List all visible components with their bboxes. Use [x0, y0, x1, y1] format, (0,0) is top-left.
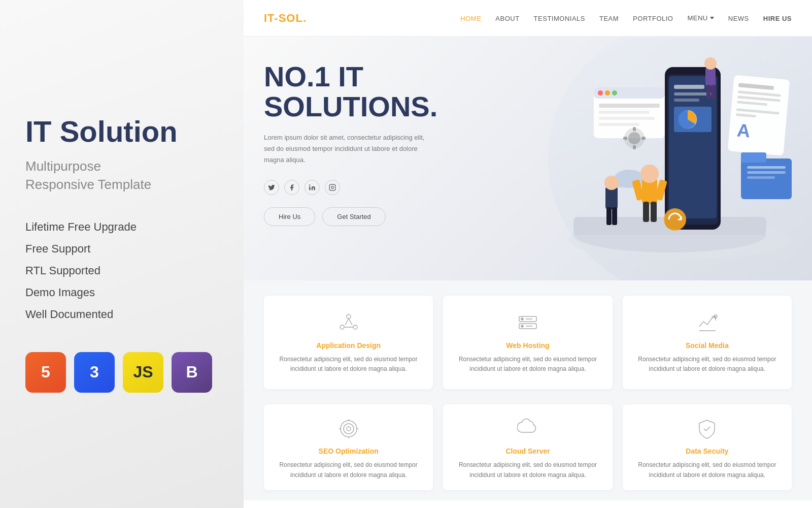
get-started-button[interactable]: Get Started — [322, 207, 385, 226]
svg-point-69 — [521, 325, 523, 327]
svg-point-74 — [344, 424, 354, 434]
app-design-icon — [276, 311, 421, 335]
svg-point-59 — [664, 208, 686, 231]
service-desc-cloud: Ronsectetur adipiscing elit, sed do eius… — [455, 460, 600, 480]
svg-rect-9 — [674, 85, 704, 89]
service-desc-web-hosting: Ronsectetur adipiscing elit, sed do eius… — [455, 355, 600, 374]
service-desc-social-media: Ronsectetur adipiscing elit, sed do eius… — [635, 355, 780, 374]
service-card-social-media: Social Media Ronsectetur adipiscing elit… — [623, 296, 792, 389]
hero-content: NO.1 IT SOLUTIONS. Lorem ipsum dolor sit… — [244, 37, 477, 280]
svg-rect-34 — [599, 117, 655, 120]
web-hosting-icon — [455, 311, 600, 335]
svg-rect-24 — [747, 166, 786, 169]
svg-point-37 — [628, 132, 640, 144]
service-title-seo: SEO Optimization — [276, 447, 421, 455]
nav-item-about[interactable]: ABOUT — [495, 14, 519, 23]
css3-icon: 3 — [74, 352, 115, 393]
service-card-app-design: Application Design Ronsectetur adipiscin… — [264, 296, 433, 389]
js-icon: JS — [123, 352, 163, 393]
svg-text:A: A — [736, 119, 751, 141]
svg-rect-25 — [747, 171, 786, 174]
bootstrap-icon: B — [172, 352, 212, 393]
nav-item-hire-us[interactable]: HIRE US — [763, 14, 792, 23]
svg-rect-23 — [741, 152, 766, 163]
svg-rect-10 — [674, 92, 712, 96]
svg-rect-1 — [329, 184, 335, 190]
svg-rect-35 — [599, 123, 639, 126]
twitter-icon[interactable] — [264, 180, 279, 195]
nav-bar: IT-SOL. HOME ABOUT TESTIMONIALS TEAM POR… — [244, 0, 812, 37]
service-card-web-hosting: Web Hosting Ronsectetur adipiscing elit,… — [443, 296, 612, 389]
nav-item-team[interactable]: TEAM — [599, 14, 619, 23]
website-preview: IT-SOL. HOME ABOUT TESTIMONIALS TEAM POR… — [244, 0, 812, 508]
svg-rect-33 — [599, 111, 650, 114]
svg-rect-38 — [633, 127, 636, 131]
svg-point-73 — [341, 421, 357, 437]
services-grid-row2: SEO Optimization Ronsectetur adipiscing … — [244, 404, 812, 500]
nav-item-news[interactable]: NEWS — [728, 14, 749, 23]
svg-rect-54 — [612, 207, 617, 225]
svg-rect-55 — [705, 67, 716, 86]
svg-rect-41 — [623, 137, 627, 140]
nav-links: HOME ABOUT TESTIMONIALS TEAM PORTFOLIO M… — [460, 14, 792, 23]
hero-isometric-illustration: A — [518, 37, 802, 280]
svg-point-0 — [309, 184, 310, 185]
main-title: IT Solution — [25, 115, 218, 148]
service-title-security: Data Secuity — [635, 447, 780, 455]
svg-rect-39 — [633, 145, 636, 149]
svg-point-62 — [353, 325, 357, 329]
svg-rect-53 — [606, 207, 612, 225]
svg-point-60 — [347, 314, 351, 319]
linkedin-icon[interactable] — [304, 180, 320, 195]
svg-point-52 — [604, 176, 619, 190]
nav-item-testimonials[interactable]: TESTIMONIALS — [534, 14, 585, 23]
svg-rect-48 — [651, 202, 657, 222]
service-card-seo: SEO Optimization Ronsectetur adipiscing … — [264, 404, 433, 490]
feature-item: Lifetime Free Upgrade — [25, 218, 218, 235]
svg-rect-26 — [747, 176, 775, 179]
service-title-social-media: Social Media — [635, 341, 780, 350]
svg-point-68 — [521, 318, 523, 320]
left-panel: IT Solution Multipurpose Responsive Temp… — [0, 0, 244, 508]
service-title-app-design: Application Design — [276, 341, 421, 350]
service-card-cloud: Cloud Server Ronsectetur adipiscing elit… — [443, 404, 612, 490]
nav-item-home[interactable]: HOME — [460, 14, 481, 23]
features-list: Lifetime Free Upgrade Free Support RTL S… — [25, 218, 218, 328]
hero-buttons: Hire Us Get Started — [264, 207, 457, 226]
svg-line-64 — [349, 319, 352, 325]
svg-point-29 — [598, 90, 603, 96]
svg-point-46 — [640, 165, 659, 183]
svg-rect-32 — [599, 104, 660, 108]
hero-section: NO.1 IT SOLUTIONS. Lorem ipsum dolor sit… — [244, 37, 812, 280]
feature-item: Well Documented — [25, 306, 218, 323]
facebook-icon[interactable] — [284, 180, 299, 195]
svg-rect-11 — [674, 99, 699, 102]
hero-title: NO.1 IT SOLUTIONS. — [264, 62, 457, 122]
feature-item: Free Support — [25, 240, 218, 257]
service-title-web-hosting: Web Hosting — [455, 341, 600, 350]
nav-item-menu[interactable]: MENU — [687, 14, 714, 22]
seo-icon — [276, 417, 421, 441]
nav-item-portfolio[interactable]: PORTFOLIO — [633, 14, 673, 23]
svg-line-63 — [345, 319, 349, 325]
service-desc-security: Ronsectetur adipiscing elit, sed do eius… — [635, 460, 780, 480]
svg-point-30 — [605, 90, 610, 96]
right-panel: IT-SOL. HOME ABOUT TESTIMONIALS TEAM POR… — [244, 0, 812, 508]
sub-title: Multipurpose Responsive Template — [25, 157, 218, 194]
svg-rect-58 — [711, 85, 715, 99]
service-desc-app-design: Ronsectetur adipiscing elit, sed do eius… — [276, 355, 421, 374]
hire-us-button[interactable]: Hire Us — [264, 207, 315, 226]
service-card-security: Data Secuity Ronsectetur adipiscing elit… — [623, 404, 792, 490]
html5-icon: 5 — [25, 352, 66, 393]
cloud-icon — [455, 417, 600, 441]
feature-item: RTL Supported — [25, 262, 218, 279]
hero-description: Lorem ipsum dolor sit amet, consectetur … — [264, 132, 436, 166]
service-title-cloud: Cloud Server — [455, 447, 600, 455]
svg-rect-28 — [594, 87, 665, 99]
feature-item: Demo Images — [25, 284, 218, 301]
svg-rect-47 — [643, 202, 649, 222]
instagram-icon[interactable] — [325, 180, 340, 195]
chevron-down-icon — [710, 17, 714, 19]
svg-rect-40 — [641, 137, 646, 140]
tech-icons: 5 3 JS B — [25, 352, 218, 393]
